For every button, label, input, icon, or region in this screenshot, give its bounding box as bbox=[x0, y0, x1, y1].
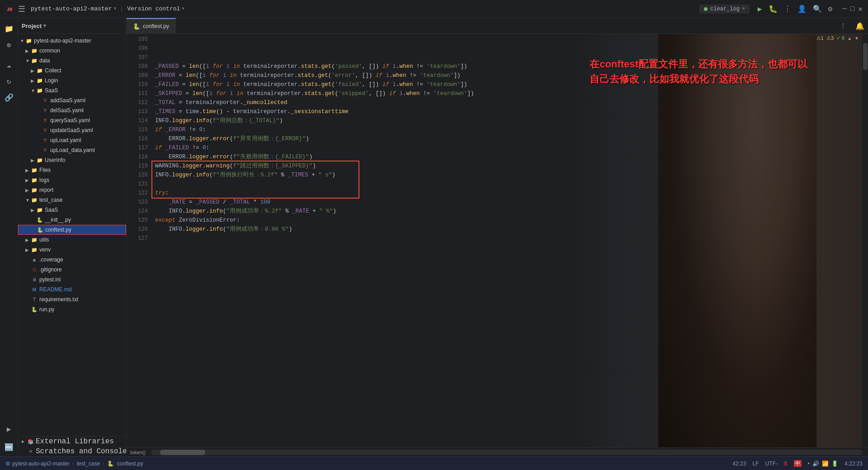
code-line-112: _TOTAL = terminalreporter._numcollected bbox=[151, 98, 862, 107]
run-config[interactable]: clear_log ▼ bbox=[699, 5, 750, 14]
tree-arrow: ▼ bbox=[20, 38, 25, 43]
tree-item-testcase[interactable]: ▼ 📁 test_case bbox=[18, 195, 126, 205]
tree-item-testcase-saas[interactable]: ▶ 📁 SaaS bbox=[18, 205, 126, 215]
tree-item-readme[interactable]: M README.md bbox=[18, 285, 126, 294]
tree-item-userinfo[interactable]: ▶ 📁 UserInfo bbox=[18, 155, 126, 165]
tree-item-pytestini[interactable]: ⚙ pytest.ini bbox=[18, 275, 126, 285]
run-config-label: clear_log bbox=[710, 6, 740, 12]
tab-action-icon[interactable]: ⋮ bbox=[840, 22, 846, 30]
maximize-button[interactable]: □ bbox=[850, 5, 855, 13]
py-icon: 🐍 bbox=[36, 216, 43, 223]
breadcrumb-project[interactable]: ⚙ bbox=[5, 461, 10, 467]
project-name[interactable]: pytest-auto-api2-master ▼ bbox=[31, 5, 116, 12]
tree-arrow: ▶ bbox=[22, 439, 27, 444]
vcs-label[interactable]: Version control ▼ bbox=[127, 5, 184, 12]
tree-item-upLoad[interactable]: Y upLoad.yaml bbox=[18, 135, 126, 145]
ime-chinese[interactable]: 中 bbox=[794, 460, 802, 467]
cursor-position: 42:23 bbox=[732, 461, 746, 467]
tree-item-collect[interactable]: ▶ 📁 Collect bbox=[18, 66, 126, 76]
yaml-icon: Y bbox=[42, 97, 49, 104]
tree-item-common[interactable]: ▶ 📁 common bbox=[18, 46, 126, 56]
user-icon[interactable]: 👤 bbox=[797, 5, 807, 14]
settings-icon[interactable]: ⚙ bbox=[828, 5, 833, 14]
folder-icon: 📁 bbox=[36, 77, 43, 84]
file-tree: ▼ 📁 pytest-auto-api2-master ▶ 📁 common ▼… bbox=[18, 34, 126, 436]
code-editor[interactable]: 在conftest配置文件里，还有很多方法，也都可以 自己去修改，比如我就优化了… bbox=[151, 34, 862, 447]
volume-icon[interactable]: 🔊 bbox=[812, 461, 819, 467]
code-line-105 bbox=[151, 35, 862, 44]
tree-item-querySaaS[interactable]: Y querySaaS.yaml bbox=[18, 115, 126, 125]
tree-item-scratches[interactable]: ≡ Scratches and Consoles bbox=[18, 446, 126, 456]
scrollbar-thumb[interactable] bbox=[863, 43, 868, 70]
tree-item-label: querySaaS.yaml bbox=[50, 117, 90, 123]
tree-item-external-libs[interactable]: ▶ 📚 External Libraries bbox=[18, 437, 126, 446]
tree-item-login[interactable]: ▶ 📁 Login bbox=[18, 76, 126, 85]
sidebar-icon-bottom-1[interactable]: ▶ bbox=[2, 422, 16, 437]
run-status-dot bbox=[704, 7, 708, 11]
sidebar-icon-5[interactable]: 🔗 bbox=[2, 90, 16, 105]
tree-item-venv[interactable]: ▶ 📁 venv bbox=[18, 245, 126, 255]
folder-icon: 📁 bbox=[31, 186, 38, 194]
minimize-button[interactable]: ─ bbox=[842, 5, 847, 13]
hamburger-menu-icon[interactable]: ☰ bbox=[18, 4, 25, 14]
tree-item-label: utils bbox=[39, 237, 49, 243]
tab-bar-actions: ⋮ bbox=[840, 18, 850, 33]
tree-item-label: Files bbox=[39, 167, 51, 173]
tree-item-gitignore[interactable]: ⬡ .gitignore bbox=[18, 265, 126, 275]
close-button[interactable]: ✕ bbox=[858, 5, 863, 14]
tree-item-data[interactable]: ▼ 📁 data bbox=[18, 56, 126, 66]
code-line-124: INFO.logger.info("用例成功率：%.2f" % _RATE + … bbox=[151, 207, 862, 216]
tree-item-report[interactable]: ▶ 📁 report bbox=[18, 185, 126, 195]
sidebar-icon-4[interactable]: ↻ bbox=[2, 74, 16, 89]
tree-item-conftest[interactable]: 🐍 conftest.py bbox=[18, 225, 126, 235]
sidebar-icon-2[interactable]: ⊕ bbox=[2, 38, 16, 52]
tree-item-updateSaaS[interactable]: Y updateSaaS.yaml bbox=[18, 125, 126, 135]
indicator-up-icon[interactable]: ▲ bbox=[847, 36, 852, 41]
sidebar-icon-3[interactable]: ☁ bbox=[2, 58, 16, 72]
tree-item-logs[interactable]: ▶ 📁 logs bbox=[18, 175, 126, 185]
time-display: 4:22:23 bbox=[844, 461, 863, 467]
tree-item-addSaaS[interactable]: Y addSaaS.yaml bbox=[18, 95, 126, 105]
panel-title-arrow: ▼ bbox=[43, 24, 46, 28]
notifications-icon[interactable]: 🔔 bbox=[855, 18, 864, 34]
debug-icon[interactable]: 🐛 bbox=[769, 5, 778, 14]
tree-item-init[interactable]: 🐍 __init__.py bbox=[18, 215, 126, 225]
folder-icon: 📁 bbox=[25, 37, 33, 44]
breadcrumb-py-icon: 🐍 bbox=[107, 461, 114, 467]
tree-item-runpy[interactable]: 🐍 run.py bbox=[18, 304, 126, 314]
py-icon: 🐍 bbox=[37, 226, 44, 233]
breadcrumb-folder: test_case bbox=[77, 461, 100, 467]
folder-icon: 📁 bbox=[36, 87, 43, 94]
sidebar-project-icon[interactable]: 📁 bbox=[2, 22, 16, 36]
tree-item-upLoad-data[interactable]: Y upLoad_data.yaml bbox=[18, 145, 126, 155]
tree-item-coverage[interactable]: ◈ .coverage bbox=[18, 255, 126, 265]
horizontal-scrollbar-thumb[interactable] bbox=[160, 450, 205, 455]
indicator-down-icon[interactable]: ▼ bbox=[854, 36, 859, 41]
sidebar-icon-bottom-2[interactable]: 🔤 bbox=[2, 440, 16, 455]
yaml-icon: Y bbox=[42, 147, 49, 154]
window-controls: ─ □ ✕ bbox=[842, 5, 863, 14]
horizontal-scrollbar[interactable] bbox=[151, 450, 863, 455]
tree-item-requirements[interactable]: T requirements.txt bbox=[18, 294, 126, 304]
tree-item-label: data bbox=[39, 57, 50, 64]
warning-indicator-3: ⚠3 bbox=[826, 35, 834, 41]
tree-item-label: UserInfo bbox=[45, 157, 65, 163]
tree-item-delSaaS[interactable]: Y delSaaS.yaml bbox=[18, 105, 126, 115]
tree-item-label: run.py bbox=[39, 306, 54, 313]
svg-text:JB: JB bbox=[7, 7, 12, 12]
code-line-119: WARNING.logger.warning(f"跳过用例数：{_SKIPPED… bbox=[151, 161, 862, 171]
title-bar: JB ☰ pytest-auto-api2-master ▼ | Version… bbox=[0, 0, 868, 18]
tree-item-root[interactable]: ▼ 📁 pytest-auto-api2-master bbox=[18, 36, 126, 46]
tree-item-files[interactable]: ▶ 📁 Files bbox=[18, 165, 126, 175]
more-actions-icon[interactable]: ⋮ bbox=[784, 5, 791, 14]
tree-item-saas[interactable]: ▼ 📁 SaaS bbox=[18, 85, 126, 95]
tree-item-utils[interactable]: ▶ 📁 utils bbox=[18, 235, 126, 245]
tree-item-label: report bbox=[39, 187, 53, 193]
tab-conftest[interactable]: 🐍 conftest.py bbox=[127, 18, 176, 33]
ime-indicator: S bbox=[784, 461, 788, 467]
warning-indicator-1: ⚠1 bbox=[816, 35, 824, 41]
tree-arrow: ▶ bbox=[25, 247, 31, 252]
run-icon[interactable]: ▶ bbox=[758, 5, 762, 14]
search-icon[interactable]: 🔍 bbox=[813, 5, 822, 14]
editor-scrollbar[interactable] bbox=[862, 34, 868, 447]
